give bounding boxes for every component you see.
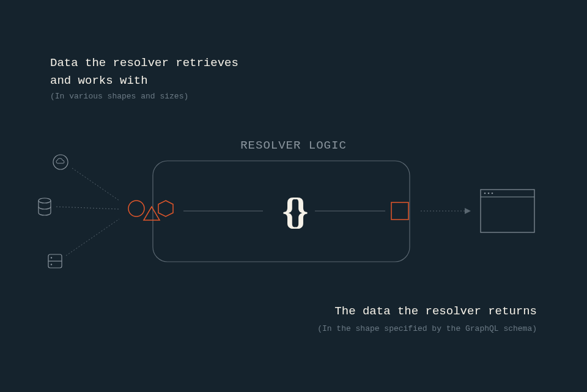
- braces-icon: {}: [282, 190, 305, 233]
- svg-point-5: [51, 264, 52, 265]
- dotted-line-db: [56, 207, 119, 209]
- arrow-head-icon: [465, 208, 471, 214]
- orange-square-icon: [391, 202, 408, 220]
- database-icon: [39, 198, 51, 215]
- orange-circle-icon: [128, 201, 144, 216]
- server-icon: [48, 254, 62, 268]
- svg-rect-6: [481, 190, 534, 232]
- dotted-line-server: [66, 219, 119, 256]
- browser-window-icon: [481, 190, 534, 232]
- dotted-line-cloud: [72, 168, 119, 201]
- svg-point-10: [492, 193, 493, 194]
- svg-point-0: [53, 155, 68, 169]
- orange-hexagon-icon: [158, 201, 173, 216]
- svg-point-4: [51, 257, 52, 258]
- svg-point-9: [488, 193, 490, 194]
- orange-triangle-icon: [144, 207, 160, 220]
- cloud-icon: [53, 155, 68, 169]
- svg-point-1: [39, 198, 51, 203]
- svg-point-8: [484, 193, 486, 194]
